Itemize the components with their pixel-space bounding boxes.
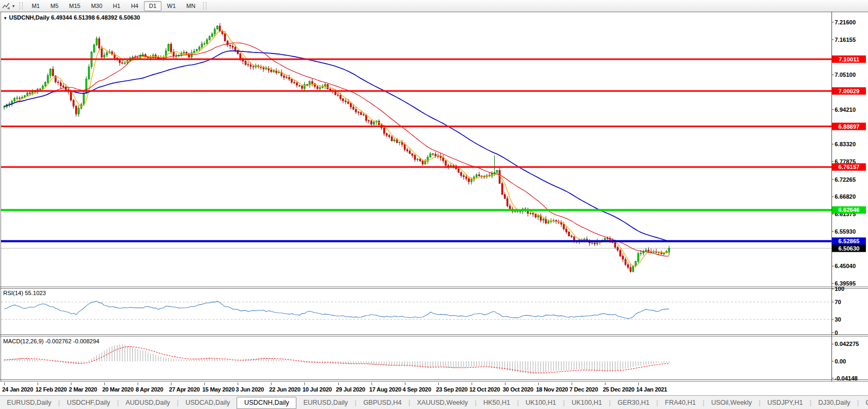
date-tick [71, 383, 71, 385]
hline-price-tag-6.76157-text: 6.76157 [838, 164, 860, 170]
price-tick: 7.16155 [835, 37, 856, 43]
date-tick [538, 383, 539, 385]
timeframe-button-h4[interactable]: H4 [126, 1, 143, 11]
date-label: 12 Feb 2020 [35, 386, 67, 393]
chart-tab-ger30-h1[interactable]: GER30,H1 [611, 397, 656, 408]
date-tick [204, 383, 205, 385]
chart-tab-eurusd-daily[interactable]: EURUSD,Daily [0, 397, 58, 408]
rsi-label: RSI(14) 55.1023 [3, 290, 46, 296]
timeframe-buttons: M1M5M15M30H1H4D1W1MN [26, 1, 201, 11]
macd-scale-tick: 0.042275 [835, 341, 859, 347]
chart-symbol-label: USDCNH,Daily [9, 14, 49, 21]
chart-tab-fra40-h1[interactable]: FRA40,H1 [658, 397, 702, 408]
macd-histogram [4, 344, 669, 374]
chart-tab-eurusd-daily[interactable]: EURUSD,Daily [296, 397, 355, 408]
date-tick [104, 383, 105, 385]
timeframe-button-d1[interactable]: D1 [144, 1, 161, 11]
price-tick: 7.05100 [835, 72, 856, 78]
chart-tab-xauusd-weekly[interactable]: XAUUSD,Weekly [410, 397, 475, 408]
chart-tab-usdcad-daily[interactable]: USDCAD,Daily [178, 397, 237, 408]
date-tick [4, 383, 5, 385]
price-tick: 7.21600 [835, 19, 856, 25]
chart-tab-usdjpy-h1[interactable]: USDJPY,H1 [761, 397, 810, 408]
chart-tab-uk100-h1[interactable]: UK100,H1 [565, 397, 609, 408]
rsi-scale-tick: 30 [835, 316, 841, 323]
timeframe-button-mn[interactable]: MN [182, 1, 200, 11]
chart-tab-audusd-daily[interactable]: AUDUSD,Daily [119, 397, 177, 408]
date-tick [605, 383, 605, 385]
date-tick [138, 383, 138, 385]
collapse-arrow-icon[interactable]: ▼ [3, 16, 7, 21]
price-tick: 6.45040 [835, 263, 856, 269]
date-label: 2 Mar 2020 [69, 386, 97, 393]
rsi-scale-tick: 70 [835, 299, 841, 305]
timeframe-button-m5[interactable]: M5 [46, 1, 63, 11]
price-axis[interactable]: 7.216007.161557.051006.942106.833206.778… [831, 19, 859, 381]
hline-price-tag-6.52865: 6.52865 [832, 237, 866, 245]
hline-price-tag-6.88897-text: 6.88897 [838, 123, 860, 130]
tool-dropdown-arrow-icon[interactable]: ▼ [12, 4, 15, 8]
chart-tab-hk50-h1[interactable]: HK50,H1 [476, 397, 517, 408]
chart-tool-button[interactable]: ▼ [0, 1, 17, 11]
timeframe-button-m1[interactable]: M1 [27, 1, 44, 11]
hline-price-tag-6.52865-text: 6.52865 [838, 238, 860, 244]
current-price-tag-text: 6.50630 [838, 245, 860, 252]
date-tick [304, 383, 305, 385]
date-tick [505, 383, 505, 385]
date-tick [271, 383, 272, 385]
rsi-scale-tick: 0 [835, 330, 838, 336]
hline-price-tag-6.62646: 6.62646 [832, 206, 866, 214]
mt4-window: ▼ M1M5M15M30H1H4D1W1MN 7.216007.161557.0… [0, 0, 868, 409]
date-label: 22 Jun 2020 [269, 386, 300, 393]
hline-price-tag-7.10011-text: 7.10011 [838, 56, 859, 63]
macd-name: MACD(12,26,9) [3, 338, 43, 344]
toolbar-grip-end [203, 2, 206, 10]
macd-values: -0.002762 -0.008294 [45, 338, 99, 344]
chart-tab-uk100-h1[interactable]: UK100,H1 [519, 397, 563, 408]
chart-title[interactable]: ▼ USDCNH,Daily 6.49344 6.51398 6.48392 6… [3, 14, 140, 21]
price-tick: 6.55930 [835, 228, 856, 235]
panel-borders [0, 12, 868, 381]
price-tick: 6.94210 [835, 106, 856, 113]
date-tick [171, 383, 171, 385]
timeframe-button-h1[interactable]: H1 [108, 1, 125, 11]
date-label: 14 Jan 2021 [636, 386, 667, 393]
chart-tab-dj30-daily[interactable]: DJ30,Daily [811, 397, 857, 408]
candles-group [4, 23, 670, 273]
date-label: 12 Oct 2020 [469, 386, 500, 393]
timeframe-button-w1[interactable]: W1 [162, 1, 181, 11]
date-label: 27 Apr 2020 [169, 386, 200, 393]
chart-tab-usdchf-daily[interactable]: USDCHF,Daily [60, 397, 117, 408]
chart-tab-usdcnh-daily[interactable]: USDCNH,Daily [237, 397, 296, 409]
chart-tab-china300-h1[interactable]: CHINA300,H1 [859, 397, 868, 408]
macd-label: MACD(12,26,9) -0.002762 -0.008294 [3, 338, 100, 344]
date-tick [338, 383, 339, 385]
date-tick [638, 383, 639, 385]
date-label: 17 Aug 2020 [369, 386, 402, 393]
date-label: 7 Dec 2020 [569, 386, 598, 393]
date-label: 15 May 2020 [202, 386, 234, 393]
toolbar-grip [20, 2, 23, 10]
chart-tab-gbpusd-h4[interactable]: GBPUSD,H4 [356, 397, 408, 408]
ma-fast-line [4, 31, 669, 266]
price-tick: 6.83320 [835, 141, 856, 147]
rsi-line [4, 301, 669, 318]
timeframe-button-m30[interactable]: M30 [86, 1, 107, 11]
date-axis[interactable]: 24 Jan 202012 Feb 20202 Mar 202020 Mar 2… [0, 383, 868, 395]
timeframe-button-m15[interactable]: M15 [65, 1, 85, 11]
chart-tab-bar: EURUSD,Daily|USDCHF,Daily|AUDUSD,Daily|U… [0, 395, 868, 409]
date-tick [572, 383, 572, 385]
date-label: 3 Jun 2020 [236, 386, 264, 393]
date-label: 20 Mar 2020 [102, 386, 133, 393]
hline-price-tag-7.00029: 7.00029 [832, 87, 866, 95]
chart-tab-usoil-weekly[interactable]: USOil,Weekly [704, 397, 759, 408]
chart-canvas[interactable]: 7.216007.161557.051006.942106.833206.778… [0, 12, 868, 383]
date-label: 18 Nov 2020 [536, 386, 568, 393]
current-price-tag: 6.50630 [832, 245, 866, 252]
macd-signal-line [4, 346, 669, 373]
date-label: 30 Oct 2020 [503, 386, 534, 393]
date-tick [372, 383, 372, 385]
timeframe-toolbar: ▼ M1M5M15M30H1H4D1W1MN [0, 0, 868, 12]
ma-mid-line [4, 43, 669, 256]
date-tick [238, 383, 238, 385]
